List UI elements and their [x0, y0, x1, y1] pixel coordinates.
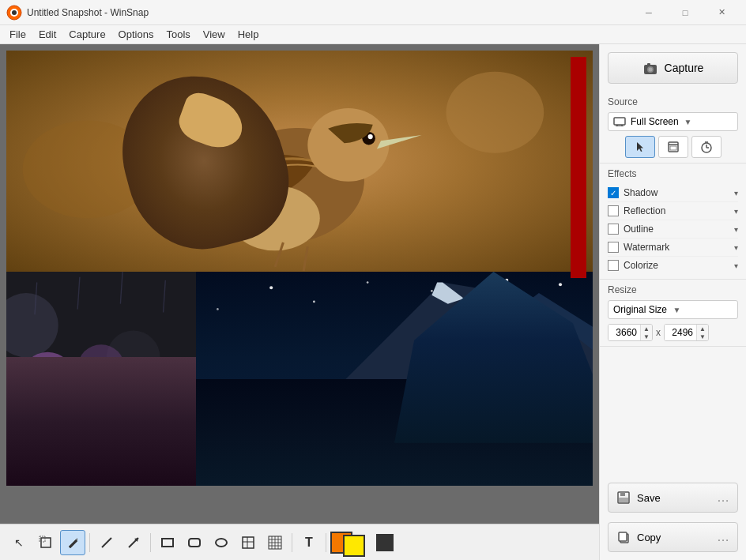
window-source-button[interactable] [658, 136, 688, 158]
colorize-label: Colorize [624, 260, 734, 271]
height-input-group: 2496 ▲ ▼ [664, 324, 709, 341]
svg-rect-67 [614, 118, 625, 125]
width-up-button[interactable]: ▲ [641, 325, 652, 333]
camera-icon [642, 60, 658, 76]
minimize-button[interactable]: ─ [631, 0, 667, 25]
shadow-effect-row[interactable]: ✓ Shadow ▾ [608, 184, 738, 202]
svg-point-29 [179, 460, 196, 468]
shadow-checkbox[interactable]: ✓ [608, 187, 619, 198]
svg-point-28 [134, 432, 155, 443]
outline-effect-row[interactable]: Outline ▾ [608, 220, 738, 239]
size-color-swatch[interactable] [376, 534, 394, 551]
text-tool-button[interactable]: T [296, 530, 322, 555]
svg-rect-82 [619, 532, 627, 541]
width-down-button[interactable]: ▼ [641, 333, 652, 340]
toolbar: ↖ [0, 524, 599, 560]
svg-point-15 [107, 331, 160, 385]
svg-rect-53 [243, 537, 254, 548]
svg-point-33 [367, 281, 369, 284]
source-section: Source Full Screen ▼ [600, 92, 746, 163]
svg-point-40 [505, 279, 508, 282]
ellipse-tool-button[interactable] [209, 530, 234, 555]
round-rect-tool-button[interactable] [182, 530, 207, 555]
svg-rect-41 [196, 422, 593, 486]
height-up-button[interactable]: ▲ [697, 325, 708, 333]
separator-1 [89, 533, 90, 552]
bird-photo [6, 51, 593, 272]
outline-checkbox[interactable] [608, 224, 619, 235]
shadow-label: Shadow [624, 187, 734, 198]
watermark-checkbox[interactable] [608, 242, 619, 253]
timer-source-button[interactable] [691, 136, 722, 158]
copy-icon [616, 530, 631, 544]
svg-rect-66 [647, 63, 650, 66]
height-input[interactable]: 2496 [665, 325, 696, 340]
panel-spacer [600, 347, 746, 476]
menu-capture[interactable]: Capture [62, 27, 111, 42]
copy-button[interactable]: Copy … [608, 522, 738, 552]
pen-tool-button[interactable] [60, 530, 85, 555]
capture-button[interactable]: Capture [608, 52, 738, 84]
svg-point-52 [216, 539, 227, 547]
menu-tools[interactable]: Tools [160, 27, 196, 42]
menu-options[interactable]: Options [112, 27, 160, 42]
svg-point-37 [217, 308, 219, 310]
reflection-expand[interactable]: ▾ [734, 207, 738, 216]
titlebar: Untitled Snapshot - WinSnap ─ □ ✕ [0, 0, 746, 25]
hatch-tool-button[interactable] [235, 530, 261, 555]
watermark-expand[interactable]: ▾ [734, 243, 738, 252]
select-tool-button[interactable]: ↖ [6, 530, 32, 555]
svg-line-48 [102, 538, 111, 547]
svg-rect-51 [189, 539, 200, 547]
line-tool-button[interactable] [94, 530, 119, 555]
capture-label: Capture [665, 62, 704, 74]
save-button[interactable]: Save … [608, 483, 738, 513]
svg-point-16 [37, 389, 80, 432]
source-dropdown[interactable]: Full Screen ▼ [608, 112, 738, 131]
menu-file[interactable]: File [3, 27, 32, 42]
menu-edit[interactable]: Edit [32, 27, 62, 42]
save-ellipsis: … [717, 490, 729, 505]
save-label: Save [637, 492, 710, 504]
svg-point-27 [67, 447, 93, 460]
menu-help[interactable]: Help [232, 27, 266, 42]
fill-tool-button[interactable] [262, 530, 288, 555]
svg-point-65 [648, 68, 652, 72]
separator-3 [292, 533, 292, 552]
rect-tool-button[interactable] [155, 530, 180, 555]
maximize-button[interactable]: □ [667, 0, 703, 25]
copy-ellipsis: … [717, 530, 729, 544]
svg-point-20 [77, 344, 125, 392]
reflection-checkbox[interactable] [608, 205, 619, 216]
shadow-expand[interactable]: ▾ [734, 189, 738, 197]
canvas-area: ↖ [0, 44, 599, 560]
resize-inputs: 3660 ▲ ▼ x 2496 ▲ ▼ [608, 324, 738, 341]
reflection-effect-row[interactable]: Reflection ▾ [608, 202, 738, 220]
resize-option-label: Original Size [613, 304, 673, 315]
colorize-checkbox[interactable] [608, 260, 619, 271]
svg-point-32 [269, 286, 273, 289]
colorize-effect-row[interactable]: Colorize ▾ [608, 257, 738, 274]
colorize-expand[interactable]: ▾ [734, 261, 738, 270]
menu-view[interactable]: View [197, 27, 232, 42]
resize-dropdown[interactable]: Original Size ▼ [608, 300, 738, 319]
effects-section: Effects ✓ Shadow ▾ Reflection ▾ Outline … [600, 163, 746, 280]
right-panel: Capture Source Full Screen ▼ [599, 44, 746, 560]
copy-label: Copy [637, 532, 710, 543]
close-button[interactable]: ✕ [703, 0, 740, 25]
svg-point-2 [12, 10, 17, 15]
cursor-icon [634, 141, 646, 153]
svg-point-18 [13, 375, 51, 414]
svg-point-43 [309, 438, 480, 470]
image-container [0, 44, 599, 524]
outline-expand[interactable]: ▾ [734, 225, 738, 234]
width-input-group: 3660 ▲ ▼ [608, 324, 653, 341]
crop-tool-button[interactable] [33, 530, 58, 555]
svg-rect-50 [162, 539, 173, 547]
width-input[interactable]: 3660 [608, 325, 640, 340]
secondary-color-swatch[interactable] [343, 535, 365, 557]
watermark-effect-row[interactable]: Watermark ▾ [608, 239, 738, 257]
arrow-tool-button[interactable] [121, 530, 146, 555]
cursor-source-button[interactable] [625, 136, 655, 158]
height-down-button[interactable]: ▼ [697, 333, 708, 340]
